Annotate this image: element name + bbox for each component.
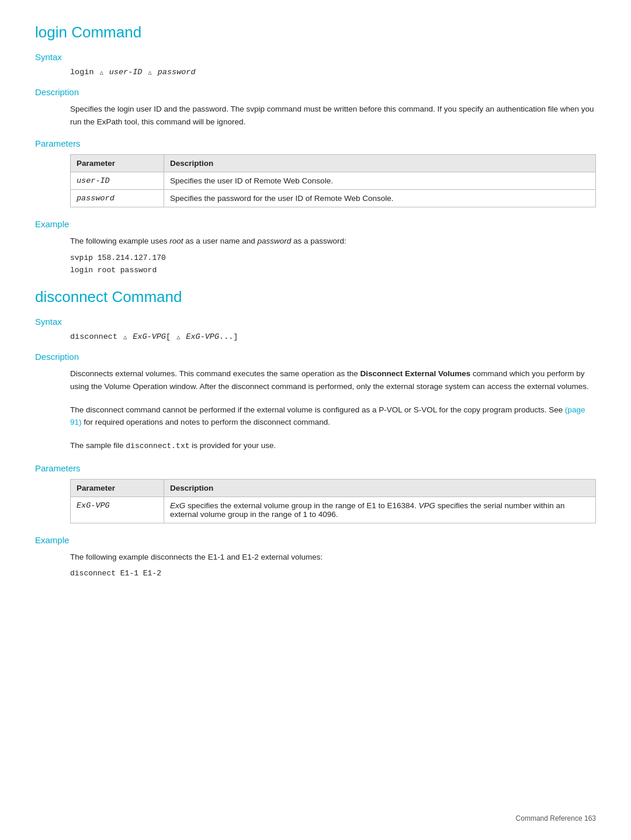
login-params-table: Parameter Description user-ID Specifies … xyxy=(70,154,596,207)
disconnect-example-intro: The following example disconnects the E1… xyxy=(70,551,596,564)
disconnect-command-section: disconnect Command Syntax disconnect △ E… xyxy=(35,288,596,580)
disconnect-table-header-row: Parameter Description xyxy=(71,479,596,497)
disconnect-bold-command: Disconnect External Volumes xyxy=(360,369,471,378)
table-row: ExG-VPG ExG specifies the external volum… xyxy=(71,497,596,523)
login-desc-password-cell: Specifies the password for the user ID o… xyxy=(164,190,596,207)
login-syntax-keyword: login xyxy=(70,68,94,77)
login-example-heading: Example xyxy=(35,219,596,229)
login-triangle-1: △ xyxy=(100,69,103,76)
disconnect-example-heading: Example xyxy=(35,535,596,545)
login-col-description: Description xyxy=(164,155,596,172)
disconnect-description-p3: The sample file disconnect.txt is provid… xyxy=(70,439,596,453)
disconnect-command-title: disconnect Command xyxy=(35,288,596,306)
table-row: user-ID Specifies the user ID of Remote … xyxy=(71,172,596,190)
login-parameters-wrapper: Parameters Parameter Description user-ID… xyxy=(35,138,596,207)
login-syntax-block: login △ user-ID △ password xyxy=(70,68,596,77)
login-param-userid-cell: user-ID xyxy=(71,172,164,190)
login-code-line1: svpip 158.214.127.170 xyxy=(70,252,596,265)
disconnect-syntax-keyword: disconnect xyxy=(70,332,117,341)
disconnect-description-wrapper: Description Disconnects external volumes… xyxy=(35,352,596,452)
disconnect-parameters-heading: Parameters xyxy=(35,463,596,473)
login-syntax-heading: Syntax xyxy=(35,52,596,62)
table-row: password Specifies the password for the … xyxy=(71,190,596,207)
login-example-wrapper: Example The following example uses root … xyxy=(35,219,596,276)
disconnect-description-heading: Description xyxy=(35,352,596,362)
disconnect-params-table: Parameter Description ExG-VPG ExG specif… xyxy=(70,479,596,523)
login-description-text: Specifies the login user ID and the pass… xyxy=(70,103,596,128)
login-description-heading: Description xyxy=(35,87,596,97)
login-param-password-cell: password xyxy=(71,190,164,207)
disconnect-triangle-2: △ xyxy=(176,334,180,341)
disconnect-description-p1: Disconnects external volumes. This comma… xyxy=(70,367,596,393)
login-table-header-row: Parameter Description xyxy=(71,155,596,172)
page-footer: Command Reference 163 xyxy=(516,814,596,822)
disconnect-sample-file: disconnect.txt xyxy=(126,442,189,450)
login-description-wrapper: Description Specifies the login user ID … xyxy=(35,87,596,128)
disconnect-syntax-heading: Syntax xyxy=(35,317,596,327)
login-example-intro: The following example uses root as a use… xyxy=(70,235,596,248)
login-command-title: login Command xyxy=(35,23,596,41)
login-command-section: login Command Syntax login △ user-ID △ p… xyxy=(35,23,596,276)
login-param-userid: user-ID xyxy=(109,68,143,77)
login-syntax-wrapper: Syntax login △ user-ID △ password xyxy=(35,52,596,77)
disconnect-col-parameter: Parameter xyxy=(71,479,164,497)
disconnect-param-exgvpg-cell: ExG-VPG xyxy=(71,497,164,523)
login-example-code: svpip 158.214.127.170 login root passwor… xyxy=(70,252,596,277)
disconnect-desc-exg: ExG xyxy=(170,501,185,510)
login-param-password: password xyxy=(158,68,196,77)
disconnect-triangle-1: △ xyxy=(123,334,127,341)
disconnect-description-p2: The disconnect command cannot be perform… xyxy=(70,404,596,429)
login-code-line2: login root password xyxy=(70,265,596,277)
login-example-root: root xyxy=(169,237,183,245)
login-parameters-heading: Parameters xyxy=(35,138,596,148)
disconnect-code-line1: disconnect E1-1 E1-2 xyxy=(70,568,596,580)
login-triangle-2: △ xyxy=(148,69,152,76)
login-col-parameter: Parameter xyxy=(71,155,164,172)
disconnect-col-description: Description xyxy=(164,479,596,497)
disconnect-example-code: disconnect E1-1 E1-2 xyxy=(70,568,596,580)
disconnect-desc-exgvpg-cell: ExG specifies the external volume group … xyxy=(164,497,596,523)
disconnect-param-exgvpg: ExG-VPG xyxy=(133,332,166,341)
disconnect-syntax-wrapper: Syntax disconnect △ ExG-VPG[ △ ExG-VPG..… xyxy=(35,317,596,341)
disconnect-param-exgvpg2: ExG-VPG xyxy=(186,332,219,341)
disconnect-parameters-wrapper: Parameters Parameter Description ExG-VPG… xyxy=(35,463,596,523)
disconnect-desc-vpg: VPG xyxy=(419,501,436,510)
disconnect-example-wrapper: Example The following example disconnect… xyxy=(35,535,596,580)
login-desc-userid-cell: Specifies the user ID of Remote Web Cons… xyxy=(164,172,596,190)
disconnect-syntax-block: disconnect △ ExG-VPG[ △ ExG-VPG...] xyxy=(70,332,596,341)
disconnect-page-link[interactable]: (page 91) xyxy=(70,405,585,427)
login-example-password-word: password xyxy=(257,237,291,245)
